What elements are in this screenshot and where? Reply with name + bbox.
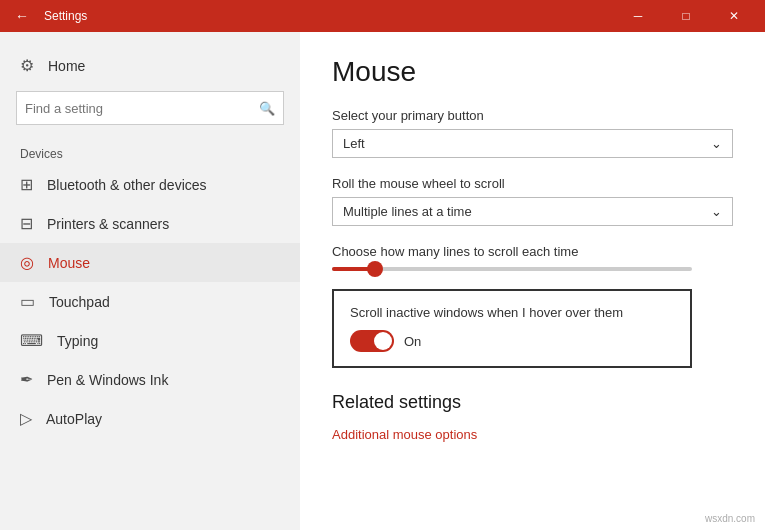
sidebar-item-touchpad[interactable]: ▭ Touchpad — [0, 282, 300, 321]
scroll-lines-label: Choose how many lines to scroll each tim… — [332, 244, 733, 259]
sidebar-item-mouse-label: Mouse — [48, 255, 90, 271]
touchpad-icon: ▭ — [20, 292, 35, 311]
bluetooth-icon: ⊞ — [20, 175, 33, 194]
search-box[interactable]: 🔍 — [16, 91, 284, 125]
watermark: wsxdn.com — [705, 513, 755, 524]
sidebar-item-autoplay[interactable]: ▷ AutoPlay — [0, 399, 300, 438]
close-button[interactable]: ✕ — [711, 0, 757, 32]
primary-button-label: Select your primary button — [332, 108, 733, 123]
sidebar-item-bluetooth-label: Bluetooth & other devices — [47, 177, 207, 193]
primary-button-dropdown[interactable]: Left ⌄ — [332, 129, 733, 158]
scroll-inactive-label: Scroll inactive windows when I hover ove… — [350, 305, 674, 320]
primary-button-value: Left — [343, 136, 365, 151]
primary-button-chevron-icon: ⌄ — [711, 136, 722, 151]
search-input[interactable] — [25, 101, 259, 116]
main-container: ⚙ Home 🔍 Devices ⊞ Bluetooth & other dev… — [0, 32, 765, 530]
mouse-icon: ◎ — [20, 253, 34, 272]
toggle-row: On — [350, 330, 674, 352]
window-controls: ─ □ ✕ — [615, 0, 757, 32]
home-label: Home — [48, 58, 85, 74]
related-settings-title: Related settings — [332, 392, 733, 413]
typing-icon: ⌨ — [20, 331, 43, 350]
sidebar-item-printers[interactable]: ⊟ Printers & scanners — [0, 204, 300, 243]
pen-icon: ✒ — [20, 370, 33, 389]
printers-icon: ⊟ — [20, 214, 33, 233]
back-button[interactable]: ← — [8, 2, 36, 30]
scroll-lines-slider[interactable] — [332, 267, 692, 271]
scroll-inactive-section: Scroll inactive windows when I hover ove… — [332, 289, 692, 368]
scroll-wheel-chevron-icon: ⌄ — [711, 204, 722, 219]
scroll-lines-section: Choose how many lines to scroll each tim… — [332, 244, 733, 271]
search-icon: 🔍 — [259, 101, 275, 116]
slider-thumb[interactable] — [367, 261, 383, 277]
minimize-button[interactable]: ─ — [615, 0, 661, 32]
scroll-wheel-value: Multiple lines at a time — [343, 204, 472, 219]
content-panel: Mouse Select your primary button Left ⌄ … — [300, 32, 765, 530]
page-title: Mouse — [332, 56, 733, 88]
sidebar-item-touchpad-label: Touchpad — [49, 294, 110, 310]
home-icon: ⚙ — [20, 56, 34, 75]
scroll-wheel-label: Roll the mouse wheel to scroll — [332, 176, 733, 191]
sidebar-item-typing[interactable]: ⌨ Typing — [0, 321, 300, 360]
window-title: Settings — [44, 9, 615, 23]
autoplay-icon: ▷ — [20, 409, 32, 428]
sidebar-item-autoplay-label: AutoPlay — [46, 411, 102, 427]
sidebar-item-mouse[interactable]: ◎ Mouse — [0, 243, 300, 282]
maximize-button[interactable]: □ — [663, 0, 709, 32]
toggle-state-label: On — [404, 334, 421, 349]
additional-mouse-options-link[interactable]: Additional mouse options — [332, 427, 477, 442]
scroll-inactive-toggle[interactable] — [350, 330, 394, 352]
title-bar: ← Settings ─ □ ✕ — [0, 0, 765, 32]
sidebar-item-bluetooth[interactable]: ⊞ Bluetooth & other devices — [0, 165, 300, 204]
sidebar-item-home[interactable]: ⚙ Home — [0, 48, 300, 83]
devices-section-label: Devices — [0, 141, 300, 165]
sidebar-item-printers-label: Printers & scanners — [47, 216, 169, 232]
sidebar-item-pen[interactable]: ✒ Pen & Windows Ink — [0, 360, 300, 399]
sidebar-item-typing-label: Typing — [57, 333, 98, 349]
scroll-wheel-dropdown[interactable]: Multiple lines at a time ⌄ — [332, 197, 733, 226]
sidebar-item-pen-label: Pen & Windows Ink — [47, 372, 168, 388]
sidebar: ⚙ Home 🔍 Devices ⊞ Bluetooth & other dev… — [0, 32, 300, 530]
